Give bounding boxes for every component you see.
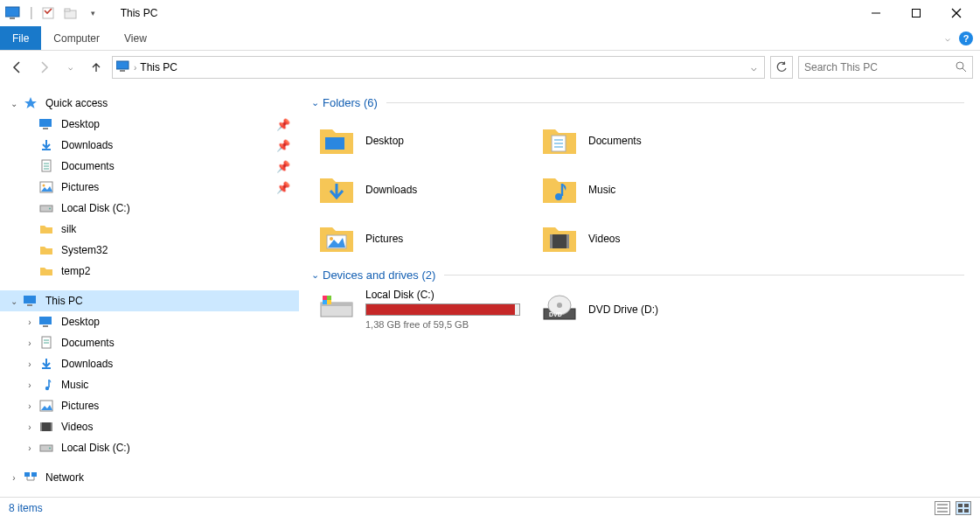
- qat-newfolder-icon[interactable]: [61, 3, 80, 23]
- chevron-right-icon[interactable]: ›: [24, 443, 35, 453]
- maximize-button[interactable]: [896, 0, 936, 26]
- group-divider: [444, 275, 964, 275]
- drive-free-space: 1,38 GB free of 59,5 GB: [365, 319, 520, 330]
- sidebar-network[interactable]: › Network: [0, 467, 299, 488]
- address-dropdown-icon[interactable]: ⌵: [751, 62, 757, 73]
- address-text[interactable]: This PC: [140, 61, 747, 73]
- downloads-folder-icon: [318, 171, 355, 208]
- group-header-label: Folders (6): [323, 96, 378, 109]
- pin-icon: 📌: [276, 139, 290, 152]
- svg-rect-69: [958, 504, 963, 507]
- sidebar-item-label: System32: [61, 244, 108, 256]
- sidebar-item-localdisk[interactable]: › Local Disk (C:): [0, 198, 299, 219]
- forward-button[interactable]: [33, 57, 54, 78]
- search-input[interactable]: [804, 61, 955, 73]
- sidebar-item-label: Documents: [61, 160, 115, 172]
- svg-rect-44: [325, 137, 344, 150]
- sidebar-item-pc-localdisk[interactable]: › Local Disk (C:): [0, 437, 299, 458]
- sidebar-item-label: This PC: [45, 295, 83, 307]
- folder-tile-documents[interactable]: Documents: [534, 116, 757, 165]
- sidebar-quick-access[interactable]: ⌄ Quick access: [0, 93, 299, 114]
- recent-locations-dropdown[interactable]: ⌵: [59, 57, 80, 78]
- desktop-icon: [38, 116, 54, 132]
- minimize-button[interactable]: [856, 0, 896, 26]
- sidebar-item-pc-videos[interactable]: › Videos: [0, 416, 299, 437]
- refresh-button[interactable]: [770, 56, 793, 79]
- svg-rect-26: [39, 317, 52, 324]
- svg-rect-25: [27, 304, 32, 306]
- chevron-right-icon[interactable]: ›: [134, 63, 136, 73]
- qat-properties-icon[interactable]: [38, 3, 58, 23]
- sidebar-item-silk[interactable]: › silk: [0, 219, 299, 240]
- pin-icon: 📌: [276, 160, 290, 173]
- folder-tile-music[interactable]: Music: [534, 165, 757, 214]
- svg-rect-1: [10, 17, 15, 19]
- folder-tile-desktop[interactable]: Desktop: [311, 116, 534, 165]
- chevron-right-icon[interactable]: ›: [24, 317, 35, 327]
- chevron-right-icon[interactable]: ›: [24, 338, 35, 348]
- search-icon[interactable]: [955, 60, 967, 75]
- drive-label: DVD Drive (D:): [588, 303, 658, 316]
- close-button[interactable]: [936, 0, 977, 26]
- sidebar-item-system32[interactable]: › System32: [0, 240, 299, 261]
- qat-dropdown-icon[interactable]: ▾: [84, 3, 103, 23]
- sidebar-item-pc-pictures[interactable]: › Pictures: [0, 395, 299, 416]
- view-details-button[interactable]: [935, 501, 950, 515]
- sidebar-item-label: Desktop: [61, 316, 100, 328]
- sidebar-item-label: Desktop: [61, 118, 100, 130]
- chevron-down-icon[interactable]: ⌄: [9, 99, 19, 108]
- sidebar-item-pc-music[interactable]: › Music: [0, 374, 299, 395]
- view-large-icons-button[interactable]: [956, 501, 971, 515]
- sidebar-this-pc[interactable]: ⌄ This PC: [0, 290, 299, 311]
- disk-icon: [38, 440, 54, 456]
- chevron-down-icon[interactable]: ⌄: [311, 269, 319, 281]
- chevron-right-icon[interactable]: ›: [9, 473, 19, 483]
- help-icon[interactable]: ?: [959, 31, 973, 45]
- svg-rect-35: [40, 422, 42, 431]
- pin-icon: 📌: [276, 118, 290, 131]
- sidebar-item-documents[interactable]: › Documents 📌: [0, 156, 299, 177]
- back-button[interactable]: [7, 57, 28, 78]
- status-item-count: 8 items: [9, 502, 43, 514]
- sidebar-item-label: Pictures: [61, 181, 99, 193]
- sidebar-item-pictures[interactable]: › Pictures 📌: [0, 177, 299, 198]
- svg-point-32: [45, 387, 49, 390]
- search-box[interactable]: [798, 56, 973, 79]
- tile-label: Downloads: [365, 184, 417, 196]
- chevron-right-icon[interactable]: ›: [24, 380, 35, 390]
- sidebar-item-pc-desktop[interactable]: › Desktop: [0, 311, 299, 332]
- chevron-right-icon[interactable]: ›: [24, 422, 35, 432]
- sidebar-item-downloads[interactable]: › Downloads 📌: [0, 135, 299, 156]
- svg-rect-72: [964, 509, 969, 513]
- chevron-right-icon[interactable]: ›: [24, 401, 35, 411]
- chevron-down-icon[interactable]: ⌄: [311, 97, 319, 108]
- ribbon-tab-view[interactable]: View: [112, 26, 159, 50]
- chevron-down-icon[interactable]: ⌄: [9, 296, 19, 306]
- folder-tile-videos[interactable]: Videos: [534, 214, 757, 263]
- group-header-drives[interactable]: ⌄ Devices and drives (2): [311, 268, 964, 282]
- ribbon-file-tab[interactable]: File: [0, 26, 41, 50]
- up-button[interactable]: [86, 57, 107, 78]
- tile-label: Desktop: [365, 135, 404, 147]
- sidebar-item-label: Local Disk (C:): [61, 442, 130, 454]
- sidebar-item-pc-downloads[interactable]: › Downloads: [0, 353, 299, 374]
- sidebar-item-pc-documents[interactable]: › Documents: [0, 332, 299, 353]
- group-header-folders[interactable]: ⌄ Folders (6): [311, 96, 964, 109]
- ribbon-tab-computer[interactable]: Computer: [41, 26, 112, 50]
- folder-tile-pictures[interactable]: Pictures: [311, 214, 534, 263]
- svg-point-23: [49, 208, 51, 210]
- address-bar[interactable]: › This PC ⌵: [112, 56, 765, 79]
- sidebar-item-desktop[interactable]: › Desktop 📌: [0, 114, 299, 135]
- folder-tile-downloads[interactable]: Downloads: [311, 165, 534, 214]
- pin-icon: 📌: [276, 181, 290, 194]
- sidebar-item-label: Pictures: [61, 400, 99, 412]
- drive-tile-localdisk[interactable]: Local Disk (C:) 1,38 GB free of 59,5 GB: [311, 289, 534, 330]
- chevron-right-icon[interactable]: ›: [24, 359, 35, 369]
- drive-tile-dvd[interactable]: DVD DVD Drive (D:): [534, 289, 757, 330]
- tile-label: Videos: [588, 233, 620, 245]
- documents-icon: [38, 158, 54, 174]
- qat-separator: |: [30, 5, 33, 19]
- sidebar-item-temp2[interactable]: › temp2: [0, 261, 299, 282]
- downloads-icon: [38, 137, 54, 153]
- ribbon-collapse-chevron-icon[interactable]: ⌵: [945, 33, 950, 43]
